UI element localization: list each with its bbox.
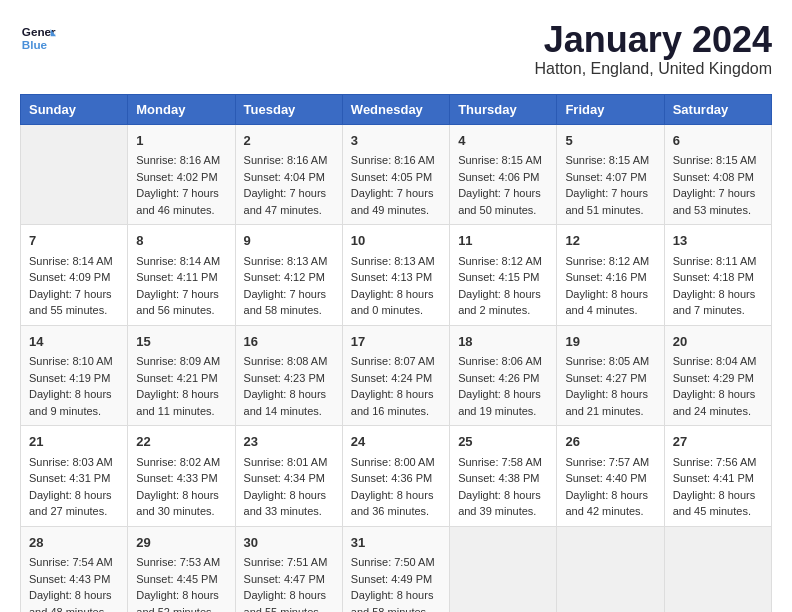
day-cell: 13Sunrise: 8:11 AMSunset: 4:18 PMDayligh…: [664, 225, 771, 326]
sunset-text: Sunset: 4:27 PM: [565, 370, 655, 387]
header-day-saturday: Saturday: [664, 94, 771, 124]
day-cell: 30Sunrise: 7:51 AMSunset: 4:47 PMDayligh…: [235, 526, 342, 612]
sunset-text: Sunset: 4:08 PM: [673, 169, 763, 186]
sunset-text: Sunset: 4:19 PM: [29, 370, 119, 387]
sunrise-text: Sunrise: 8:01 AM: [244, 454, 334, 471]
day-number: 3: [351, 131, 441, 151]
week-row-2: 7Sunrise: 8:14 AMSunset: 4:09 PMDaylight…: [21, 225, 772, 326]
day-number: 30: [244, 533, 334, 553]
daylight-text: Daylight: 7 hours and 49 minutes.: [351, 185, 441, 218]
day-cell: 14Sunrise: 8:10 AMSunset: 4:19 PMDayligh…: [21, 325, 128, 426]
day-number: 25: [458, 432, 548, 452]
day-cell: 2Sunrise: 8:16 AMSunset: 4:04 PMDaylight…: [235, 124, 342, 225]
day-cell: 24Sunrise: 8:00 AMSunset: 4:36 PMDayligh…: [342, 426, 449, 527]
daylight-text: Daylight: 7 hours and 50 minutes.: [458, 185, 548, 218]
day-number: 15: [136, 332, 226, 352]
sunrise-text: Sunrise: 7:53 AM: [136, 554, 226, 571]
day-number: 7: [29, 231, 119, 251]
daylight-text: Daylight: 8 hours and 4 minutes.: [565, 286, 655, 319]
sunset-text: Sunset: 4:40 PM: [565, 470, 655, 487]
sunrise-text: Sunrise: 8:07 AM: [351, 353, 441, 370]
sunrise-text: Sunrise: 7:58 AM: [458, 454, 548, 471]
sunrise-text: Sunrise: 8:09 AM: [136, 353, 226, 370]
sunrise-text: Sunrise: 8:16 AM: [136, 152, 226, 169]
sunrise-text: Sunrise: 8:15 AM: [673, 152, 763, 169]
sunrise-text: Sunrise: 8:03 AM: [29, 454, 119, 471]
day-cell: [664, 526, 771, 612]
sunset-text: Sunset: 4:47 PM: [244, 571, 334, 588]
day-cell: 18Sunrise: 8:06 AMSunset: 4:26 PMDayligh…: [450, 325, 557, 426]
sunrise-text: Sunrise: 8:06 AM: [458, 353, 548, 370]
sunrise-text: Sunrise: 8:04 AM: [673, 353, 763, 370]
sunrise-text: Sunrise: 8:13 AM: [351, 253, 441, 270]
sunset-text: Sunset: 4:11 PM: [136, 269, 226, 286]
sunset-text: Sunset: 4:49 PM: [351, 571, 441, 588]
day-number: 14: [29, 332, 119, 352]
sunrise-text: Sunrise: 7:56 AM: [673, 454, 763, 471]
day-number: 9: [244, 231, 334, 251]
daylight-text: Daylight: 8 hours and 30 minutes.: [136, 487, 226, 520]
sunrise-text: Sunrise: 8:14 AM: [136, 253, 226, 270]
day-number: 13: [673, 231, 763, 251]
day-number: 27: [673, 432, 763, 452]
day-cell: 25Sunrise: 7:58 AMSunset: 4:38 PMDayligh…: [450, 426, 557, 527]
day-cell: 31Sunrise: 7:50 AMSunset: 4:49 PMDayligh…: [342, 526, 449, 612]
daylight-text: Daylight: 8 hours and 27 minutes.: [29, 487, 119, 520]
sunrise-text: Sunrise: 8:12 AM: [458, 253, 548, 270]
day-number: 31: [351, 533, 441, 553]
daylight-text: Daylight: 7 hours and 56 minutes.: [136, 286, 226, 319]
daylight-text: Daylight: 8 hours and 21 minutes.: [565, 386, 655, 419]
day-cell: 21Sunrise: 8:03 AMSunset: 4:31 PMDayligh…: [21, 426, 128, 527]
title-block: January 2024 Hatton, England, United Kin…: [535, 20, 772, 78]
day-number: 19: [565, 332, 655, 352]
day-number: 29: [136, 533, 226, 553]
day-cell: 16Sunrise: 8:08 AMSunset: 4:23 PMDayligh…: [235, 325, 342, 426]
sunrise-text: Sunrise: 8:15 AM: [565, 152, 655, 169]
day-number: 17: [351, 332, 441, 352]
daylight-text: Daylight: 8 hours and 52 minutes.: [136, 587, 226, 612]
sunrise-text: Sunrise: 8:14 AM: [29, 253, 119, 270]
sunset-text: Sunset: 4:07 PM: [565, 169, 655, 186]
sunset-text: Sunset: 4:02 PM: [136, 169, 226, 186]
header-day-monday: Monday: [128, 94, 235, 124]
week-row-1: 1Sunrise: 8:16 AMSunset: 4:02 PMDaylight…: [21, 124, 772, 225]
day-cell: 29Sunrise: 7:53 AMSunset: 4:45 PMDayligh…: [128, 526, 235, 612]
sunset-text: Sunset: 4:09 PM: [29, 269, 119, 286]
daylight-text: Daylight: 8 hours and 36 minutes.: [351, 487, 441, 520]
day-cell: 23Sunrise: 8:01 AMSunset: 4:34 PMDayligh…: [235, 426, 342, 527]
sunset-text: Sunset: 4:31 PM: [29, 470, 119, 487]
sunset-text: Sunset: 4:15 PM: [458, 269, 548, 286]
header-day-friday: Friday: [557, 94, 664, 124]
day-cell: [557, 526, 664, 612]
sunset-text: Sunset: 4:16 PM: [565, 269, 655, 286]
day-number: 8: [136, 231, 226, 251]
sunset-text: Sunset: 4:43 PM: [29, 571, 119, 588]
day-cell: 3Sunrise: 8:16 AMSunset: 4:05 PMDaylight…: [342, 124, 449, 225]
daylight-text: Daylight: 7 hours and 51 minutes.: [565, 185, 655, 218]
sunrise-text: Sunrise: 7:50 AM: [351, 554, 441, 571]
sunrise-text: Sunrise: 8:08 AM: [244, 353, 334, 370]
sunset-text: Sunset: 4:13 PM: [351, 269, 441, 286]
calendar-header: SundayMondayTuesdayWednesdayThursdayFrid…: [21, 94, 772, 124]
sunset-text: Sunset: 4:04 PM: [244, 169, 334, 186]
day-number: 21: [29, 432, 119, 452]
day-cell: 10Sunrise: 8:13 AMSunset: 4:13 PMDayligh…: [342, 225, 449, 326]
daylight-text: Daylight: 8 hours and 39 minutes.: [458, 487, 548, 520]
sunrise-text: Sunrise: 8:11 AM: [673, 253, 763, 270]
day-number: 4: [458, 131, 548, 151]
day-cell: [21, 124, 128, 225]
sunset-text: Sunset: 4:23 PM: [244, 370, 334, 387]
day-number: 26: [565, 432, 655, 452]
sunset-text: Sunset: 4:33 PM: [136, 470, 226, 487]
sunset-text: Sunset: 4:12 PM: [244, 269, 334, 286]
daylight-text: Daylight: 7 hours and 58 minutes.: [244, 286, 334, 319]
daylight-text: Daylight: 7 hours and 55 minutes.: [29, 286, 119, 319]
daylight-text: Daylight: 8 hours and 48 minutes.: [29, 587, 119, 612]
day-cell: [450, 526, 557, 612]
daylight-text: Daylight: 8 hours and 11 minutes.: [136, 386, 226, 419]
day-cell: 7Sunrise: 8:14 AMSunset: 4:09 PMDaylight…: [21, 225, 128, 326]
logo-icon: General Blue: [20, 20, 56, 56]
sunrise-text: Sunrise: 8:16 AM: [351, 152, 441, 169]
week-row-4: 21Sunrise: 8:03 AMSunset: 4:31 PMDayligh…: [21, 426, 772, 527]
sunrise-text: Sunrise: 7:51 AM: [244, 554, 334, 571]
